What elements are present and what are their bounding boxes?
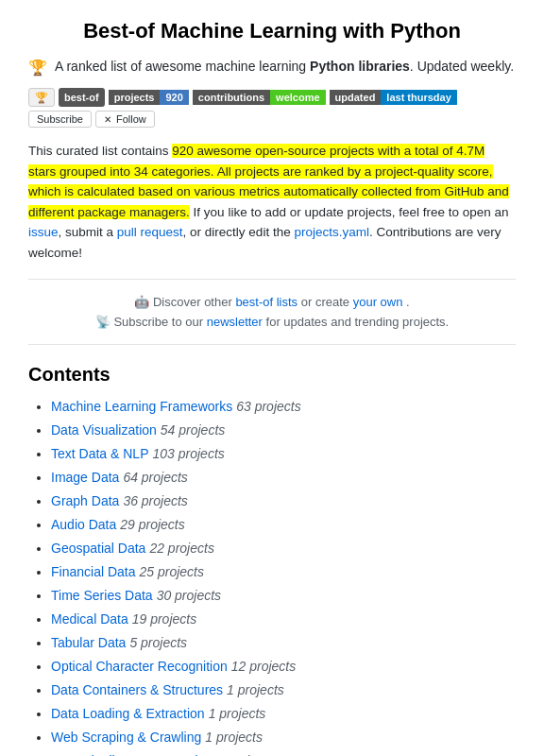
badge-bestof: best-of xyxy=(59,88,105,107)
badge-contributions-pair: contributions welcome xyxy=(193,88,326,107)
contents-title: Contents xyxy=(28,364,516,386)
contents-link[interactable]: Text Data & NLP xyxy=(51,446,149,461)
contents-link[interactable]: Time Series Data xyxy=(51,588,153,603)
contents-count: 1 projects xyxy=(216,753,274,756)
badge-trophy: 🏆 xyxy=(28,88,55,107)
desc-part1: This curated list contains xyxy=(28,144,172,158)
list-item: Medical Data19 projects xyxy=(51,610,516,629)
badge-contributions-left: contributions xyxy=(193,90,270,105)
badge-projects-left: projects xyxy=(109,90,161,105)
subscribe-button[interactable]: Subscribe xyxy=(28,111,92,128)
contents-count: 19 projects xyxy=(132,611,196,627)
subscribe-text1: Subscribe to our xyxy=(113,315,206,329)
desc-part3: , submit a xyxy=(59,225,117,239)
badge-updated-right: last thursday xyxy=(381,90,456,105)
contents-link[interactable]: Data Visualization xyxy=(51,422,157,438)
contents-link[interactable]: Web Scraping & Crawling xyxy=(51,730,201,745)
issue-link[interactable]: issue xyxy=(28,225,59,239)
robot-emoji: 🤖 xyxy=(134,295,149,309)
discover-text1: Discover other xyxy=(153,295,235,309)
follow-label: Follow xyxy=(116,113,146,125)
contents-count: 64 projects xyxy=(123,470,187,485)
your-own-link[interactable]: your own xyxy=(353,295,403,309)
bestof-lists-link[interactable]: best-of lists xyxy=(235,295,298,309)
badge-updated-left: updated xyxy=(330,90,382,105)
subscribe-text2: for updates and trending projects. xyxy=(266,315,450,329)
contents-count: 63 projects xyxy=(236,399,300,414)
contents-count: 12 projects xyxy=(231,659,296,674)
list-item: Graph Data36 projects xyxy=(51,491,516,511)
description-block: This curated list contains 920 awesome o… xyxy=(28,141,516,264)
follow-x-icon: ✕ xyxy=(104,114,111,125)
badge-projects-right: 920 xyxy=(160,90,188,105)
contents-section: Contents Machine Learning Frameworks63 p… xyxy=(28,364,516,756)
discover-text3: . xyxy=(406,295,410,309)
contents-count: 1 projects xyxy=(209,706,266,721)
contents-count: 54 projects xyxy=(161,422,225,438)
contents-count: 5 projects xyxy=(129,635,187,650)
list-item: Machine Learning Frameworks63 projects xyxy=(51,397,516,417)
contents-count: 36 projects xyxy=(123,493,187,508)
list-item: Web Scraping & Crawling1 projects xyxy=(51,728,516,747)
badge-contributions-right: welcome xyxy=(270,90,325,105)
newsletter-link[interactable]: newsletter xyxy=(207,315,263,329)
contents-link[interactable]: Data Containers & Structures xyxy=(51,682,223,697)
contents-link[interactable]: Tabular Data xyxy=(51,635,126,650)
list-item: Data Containers & Structures1 projects xyxy=(51,680,516,700)
contents-count: 29 projects xyxy=(120,517,184,532)
discover-text2: or create xyxy=(301,295,353,309)
contents-list: Machine Learning Frameworks63 projectsDa… xyxy=(28,397,516,756)
contents-count: 103 projects xyxy=(153,446,225,461)
contents-link[interactable]: Data Loading & Extraction xyxy=(51,706,205,721)
desc-part4: , or directly edit the xyxy=(183,225,295,239)
contents-link[interactable]: Geospatial Data xyxy=(51,541,145,556)
page-wrapper: Best-of Machine Learning with Python 🏆 A… xyxy=(0,0,544,756)
list-item: Image Data64 projects xyxy=(51,468,516,488)
contents-count: 30 projects xyxy=(157,588,221,603)
trophy-emoji: 🏆 xyxy=(28,59,47,77)
list-item: Time Series Data30 projects xyxy=(51,586,516,606)
badges-row: 🏆 best-of projects 920 contributions wel… xyxy=(28,88,516,128)
contents-count: 22 projects xyxy=(149,541,213,556)
list-item: Geospatial Data22 projects xyxy=(51,539,516,558)
contents-link[interactable]: Medical Data xyxy=(51,611,128,627)
list-item: Text Data & NLP103 projects xyxy=(51,444,516,464)
pull-request-link[interactable]: pull request xyxy=(117,225,183,239)
badge-projects-pair: projects 920 xyxy=(109,88,189,107)
list-item: Data Loading & Extraction1 projects xyxy=(51,704,516,724)
list-item: Optical Character Recognition12 projects xyxy=(51,657,516,677)
follow-button[interactable]: ✕ Follow xyxy=(95,111,155,128)
contents-link[interactable]: Financial Data xyxy=(51,564,136,579)
contents-link[interactable]: Graph Data xyxy=(51,493,119,508)
contents-link[interactable]: Audio Data xyxy=(51,517,116,532)
subscribe-block: 📡 Subscribe to our newsletter for update… xyxy=(28,315,516,329)
divider-bottom xyxy=(28,344,516,345)
divider-top xyxy=(28,279,516,280)
contents-link[interactable]: Data Pipelines & Streaming xyxy=(51,753,212,756)
discover-block: 🤖 Discover other best-of lists or create… xyxy=(28,295,516,309)
page-title: Best-of Machine Learning with Python xyxy=(28,19,516,43)
subtitle-text: A ranked list of awesome machine learnin… xyxy=(55,59,514,74)
contents-count: 1 projects xyxy=(227,682,284,697)
satellite-emoji: 📡 xyxy=(95,315,110,329)
list-item: Tabular Data5 projects xyxy=(51,633,516,653)
yaml-link[interactable]: projects.yaml xyxy=(294,225,369,239)
contents-link[interactable]: Optical Character Recognition xyxy=(51,659,228,674)
contents-link[interactable]: Image Data xyxy=(51,470,119,485)
badge-updated-pair: updated last thursday xyxy=(330,88,457,107)
list-item: Audio Data29 projects xyxy=(51,515,516,535)
desc-part2: If you like to add or update projects, f… xyxy=(190,205,509,219)
list-item: Financial Data25 projects xyxy=(51,562,516,582)
contents-link[interactable]: Machine Learning Frameworks xyxy=(51,399,232,414)
list-item: Data Visualization54 projects xyxy=(51,421,516,440)
contents-count: 25 projects xyxy=(140,564,204,579)
subtitle-row: 🏆 A ranked list of awesome machine learn… xyxy=(28,59,516,77)
contents-count: 1 projects xyxy=(205,730,263,745)
list-item: Data Pipelines & Streaming1 projects xyxy=(51,751,516,756)
